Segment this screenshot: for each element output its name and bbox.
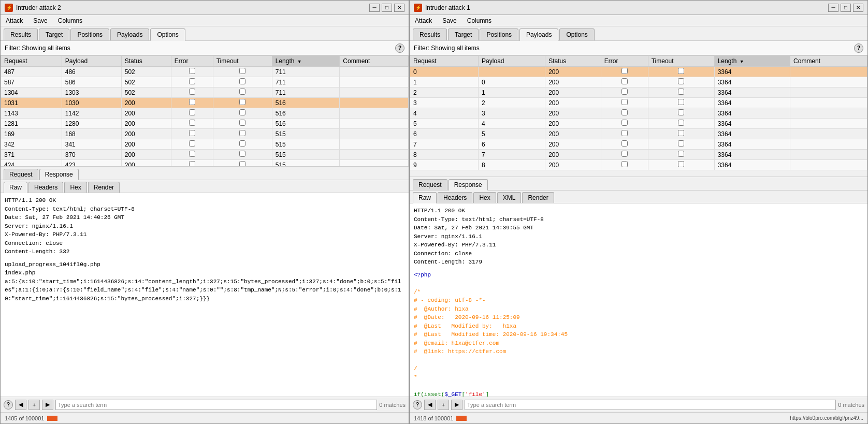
table-row[interactable]: 587 586 502 711 (1, 77, 409, 87)
left-tab-request[interactable]: Request (4, 169, 38, 180)
cell-error[interactable] (171, 98, 213, 108)
cell-timeout[interactable] (213, 150, 272, 160)
table-row[interactable]: 0 200 3364 (410, 67, 867, 77)
left-tab-positions[interactable]: Positions (70, 28, 109, 40)
right-minimize-button[interactable]: ─ (828, 4, 838, 12)
left-nav-prev[interactable]: ◀ (15, 400, 26, 410)
cell-error[interactable] (171, 150, 213, 160)
table-row[interactable]: 6 5 200 3364 (410, 129, 867, 139)
right-col-length[interactable]: Length ▼ (714, 56, 790, 67)
cell-timeout[interactable] (648, 150, 714, 160)
left-title-controls[interactable]: ─ □ ✕ (369, 4, 404, 12)
cell-error[interactable] (601, 67, 648, 77)
cell-timeout[interactable] (648, 87, 714, 98)
cell-error[interactable] (171, 67, 213, 77)
cell-timeout[interactable] (648, 160, 714, 170)
left-format-render[interactable]: Render (88, 182, 120, 193)
table-row[interactable]: 7 6 200 3364 (410, 139, 867, 150)
cell-error[interactable] (601, 108, 648, 119)
left-tab-payloads[interactable]: Payloads (110, 28, 149, 40)
table-row[interactable]: 4 3 200 3364 (410, 108, 867, 119)
right-col-request[interactable]: Request (410, 56, 479, 67)
table-row[interactable]: 424 423 200 515 (1, 160, 409, 167)
cell-timeout[interactable] (213, 87, 272, 98)
table-row[interactable]: 9 8 200 3364 (410, 160, 867, 170)
cell-error[interactable] (601, 119, 648, 129)
left-col-length[interactable]: Length ▼ (272, 56, 340, 67)
table-row[interactable]: 371 370 200 515 (1, 150, 409, 160)
left-close-button[interactable]: ✕ (394, 4, 404, 12)
right-tab-positions[interactable]: Positions (480, 28, 518, 40)
cell-timeout[interactable] (213, 160, 272, 167)
left-tab-results[interactable]: Results (4, 28, 38, 40)
left-format-hex[interactable]: Hex (64, 182, 86, 193)
cell-error[interactable] (171, 160, 213, 167)
right-search-input[interactable] (465, 400, 836, 410)
table-row[interactable]: 8 7 200 3364 (410, 150, 867, 160)
table-row[interactable]: 342 341 200 515 (1, 139, 409, 150)
table-row[interactable]: 487 486 502 711 (1, 67, 409, 77)
cell-timeout[interactable] (648, 119, 714, 129)
left-tab-response[interactable]: Response (39, 169, 79, 180)
left-col-timeout[interactable]: Timeout (213, 56, 272, 67)
table-row[interactable]: 5 4 200 3364 (410, 119, 867, 129)
cell-timeout[interactable] (213, 98, 272, 108)
table-row[interactable]: 1143 1142 200 516 (1, 108, 409, 119)
right-nav-prev[interactable]: ◀ (424, 400, 436, 410)
right-format-xml[interactable]: XML (497, 192, 522, 203)
cell-timeout[interactable] (648, 129, 714, 139)
cell-error[interactable] (171, 119, 213, 129)
right-format-hex[interactable]: Hex (473, 192, 496, 203)
cell-timeout[interactable] (648, 139, 714, 150)
left-nav-next[interactable]: ▶ (42, 400, 53, 410)
right-tab-options[interactable]: Options (559, 28, 594, 40)
left-search-input[interactable] (55, 400, 377, 410)
right-tab-response[interactable]: Response (449, 179, 488, 191)
right-nav-add[interactable]: + (438, 400, 449, 410)
right-col-comment[interactable]: Comment (790, 56, 867, 67)
cell-error[interactable] (601, 77, 648, 87)
table-row[interactable]: 1304 1303 502 711 (1, 87, 409, 98)
cell-error[interactable] (601, 160, 648, 170)
left-tab-options[interactable]: Options (150, 28, 185, 41)
table-row[interactable]: 1 0 200 3364 (410, 77, 867, 87)
cell-error[interactable] (171, 108, 213, 119)
left-help-button[interactable]: ? (395, 43, 404, 53)
cell-timeout[interactable] (648, 98, 714, 108)
cell-error[interactable] (601, 87, 648, 98)
cell-timeout[interactable] (213, 139, 272, 150)
right-tab-results[interactable]: Results (413, 28, 447, 40)
right-col-timeout[interactable]: Timeout (648, 56, 714, 67)
right-nav-next[interactable]: ▶ (451, 400, 462, 410)
right-menu-save[interactable]: Save (440, 17, 458, 25)
right-menu-attack[interactable]: Attack (413, 17, 434, 25)
right-format-raw[interactable]: Raw (413, 192, 437, 203)
cell-error[interactable] (601, 129, 648, 139)
table-row[interactable]: 3 2 200 3364 (410, 98, 867, 108)
left-maximize-button[interactable]: □ (382, 4, 392, 12)
right-menu-columns[interactable]: Columns (465, 17, 494, 25)
right-col-status[interactable]: Status (545, 56, 601, 67)
right-close-button[interactable]: ✕ (853, 4, 863, 12)
cell-timeout[interactable] (213, 67, 272, 77)
right-col-error[interactable]: Error (601, 56, 648, 67)
right-tab-payloads[interactable]: Payloads (519, 28, 558, 41)
table-row[interactable]: 1281 1280 200 516 (1, 119, 409, 129)
left-menu-columns[interactable]: Columns (56, 17, 84, 25)
right-col-payload[interactable]: Payload (479, 56, 545, 67)
cell-timeout[interactable] (648, 77, 714, 87)
table-row[interactable]: 1031 1030 200 516 (1, 98, 409, 108)
right-bottom-help[interactable]: ? (413, 400, 422, 410)
cell-error[interactable] (601, 150, 648, 160)
table-row[interactable]: 2 1 200 3364 (410, 87, 867, 98)
right-title-controls[interactable]: ─ □ ✕ (828, 4, 863, 12)
cell-timeout[interactable] (213, 119, 272, 129)
left-col-request[interactable]: Request (1, 56, 62, 67)
cell-error[interactable] (601, 98, 648, 108)
right-maximize-button[interactable]: □ (841, 4, 851, 12)
cell-timeout[interactable] (213, 77, 272, 87)
right-tab-target[interactable]: Target (448, 28, 479, 40)
left-col-comment[interactable]: Comment (340, 56, 409, 67)
cell-timeout[interactable] (213, 129, 272, 139)
left-col-error[interactable]: Error (171, 56, 213, 67)
